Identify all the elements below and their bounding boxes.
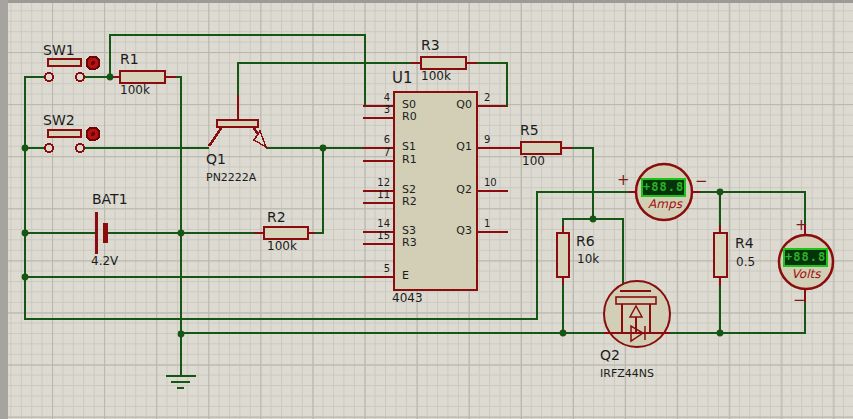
u1-pin-number-14: 14 [358,218,390,229]
r1-ref[interactable]: R1 [120,52,139,67]
bat1-value[interactable]: 4.2V [91,255,118,268]
junction-dot [717,330,724,337]
u1-pin-number-10: 10 [484,177,497,188]
u1-part[interactable]: 4043 [392,292,423,305]
r1-value[interactable]: 100k [120,84,150,97]
ground-symbol[interactable] [166,376,196,388]
u1-pin-number-11: 11 [358,189,390,200]
q1-value[interactable]: PN2222A [206,172,256,184]
u1-pin-name-Q3: Q3 [442,225,472,237]
sw1-contact-right[interactable] [76,73,84,81]
ammeter-minus-sign: − [695,174,708,189]
sw1-actuator-dot[interactable] [91,61,95,65]
junction-dot [590,216,597,223]
u1-pin-number-1: 1 [484,218,490,229]
bat1-plate-short[interactable] [103,223,108,243]
sw2-actuator-dot[interactable] [91,132,95,136]
u1-pin-number-3: 3 [358,104,390,115]
r2-value[interactable]: 100k [267,240,297,253]
u1-pin-number-9: 9 [484,134,490,145]
u1-pin-name-Q2: Q2 [442,184,472,196]
voltmeter-plus-sign: + [795,218,808,233]
sw1-bar[interactable] [48,59,81,66]
q2-symbol[interactable] [604,281,670,347]
r6-body[interactable] [557,233,569,277]
u1-pin-name-R3: R3 [402,237,417,249]
u1-pin-number-4: 4 [358,92,390,103]
u1-pin-name-R1: R1 [402,154,417,166]
r6-value[interactable]: 10k [577,253,599,266]
junction-dot [22,145,29,152]
q1-emitter-arrow[interactable] [254,131,266,147]
q1-collector-lead[interactable] [209,127,222,146]
r4-ref[interactable]: R4 [735,236,754,251]
sw1-ref[interactable]: SW1 [43,43,75,58]
junction-dot [178,230,185,237]
u1-pin-name-Q1: Q1 [442,141,472,153]
u1-pin-number-7: 7 [358,147,390,158]
r5-ref[interactable]: R5 [520,123,539,138]
sw2-bar[interactable] [48,130,81,137]
r5-body[interactable] [521,142,561,154]
r2-ref[interactable]: R2 [267,210,286,225]
q1-ref[interactable]: Q1 [206,152,226,167]
schematic-canvas[interactable]: SW1 SW2 R1 100k R2 100k R3 100k R5 100 R… [0,0,853,419]
r5-value[interactable]: 100 [522,155,545,168]
u1-pin-name-R0: R0 [402,111,417,123]
q2-value[interactable]: IRFZ44NS [600,368,654,380]
u1-pin-number-2: 2 [484,92,490,103]
u1-pin-name-E: E [402,270,409,282]
q1-base-bar[interactable] [217,120,258,127]
u1-pin-name-R2: R2 [402,196,417,208]
u1-pin-name-Q0: Q0 [442,99,472,111]
u1-pin-number-12: 12 [358,177,390,188]
ammeter-label: Amps [640,197,690,211]
junction-dot [178,331,185,338]
r1-body[interactable] [120,71,165,83]
r4-body[interactable] [714,233,727,277]
junction-dot [320,145,327,152]
u1-ref[interactable]: U1 [392,70,413,87]
bat1-plate-long[interactable] [95,212,98,254]
bat1-symbol[interactable] [95,212,108,254]
u1-pin-name-S1: S1 [402,141,416,153]
sw1-contact-left[interactable] [45,73,53,81]
r3-ref[interactable]: R3 [421,38,440,53]
junction-dot [717,189,724,196]
voltmeter-label: Volts [781,267,831,281]
u1-pin-number-6: 6 [358,134,390,145]
sw2-ref[interactable]: SW2 [43,113,75,128]
sw2-contact-right[interactable] [76,144,84,152]
bat1-ref[interactable]: BAT1 [92,192,128,207]
q1-symbol[interactable] [209,120,266,147]
junction-dot [22,274,29,281]
r4-value[interactable]: 0.5 [736,256,755,269]
sw2-contact-left[interactable] [45,144,53,152]
r6-ref[interactable]: R6 [576,234,595,249]
voltmeter-minus-sign: − [793,293,806,308]
r3-value[interactable]: 100k [421,70,451,83]
ammeter-plus-sign: + [617,173,630,188]
q2-ref[interactable]: Q2 [600,348,620,363]
junction-dot [22,230,29,237]
voltmeter-reading: +88.8 [785,250,826,265]
u1-pin-number-5: 5 [358,263,390,274]
u1-pin-number-15: 15 [358,230,390,241]
junction-dot [560,330,567,337]
r3-body[interactable] [421,57,466,69]
r2-body[interactable] [264,227,308,239]
junction-dot [107,74,114,81]
ammeter-reading: +88.8 [643,180,684,195]
